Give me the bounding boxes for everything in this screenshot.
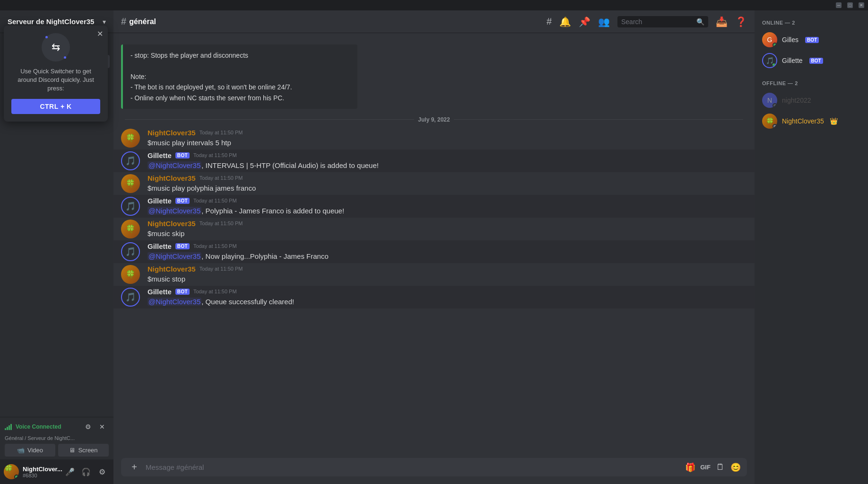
avatar: 🍀: [762, 114, 777, 129]
deafen-button[interactable]: 🎧: [78, 464, 94, 479]
avatar: 🍀: [121, 129, 140, 148]
title-bar: ─ □ ✕: [0, 0, 868, 10]
signal-bar-3: [9, 425, 10, 430]
pin-icon[interactable]: 📌: [579, 16, 590, 27]
member-item-nightclover35[interactable]: 🍀 NightClover35 👑: [758, 111, 864, 132]
timestamp: Today at 11:50 PM: [200, 130, 243, 135]
channel-header-name: général: [129, 18, 156, 26]
voice-connected-actions: ⚙ ✕: [81, 420, 109, 433]
maximize-button[interactable]: □: [847, 2, 853, 8]
username[interactable]: NightClover35: [148, 265, 196, 273]
members-icon[interactable]: 👥: [598, 16, 610, 27]
mention[interactable]: @NightClover35: [148, 207, 201, 215]
username[interactable]: NightClover35: [148, 129, 196, 137]
search-icon: 🔍: [696, 18, 704, 26]
mention[interactable]: @NightClover35: [148, 161, 201, 169]
message-text: @NightClover35, Now playing...Polyphia -…: [148, 251, 747, 261]
voice-settings-icon[interactable]: ⚙: [81, 420, 95, 433]
message-content: NightClover35 Today at 11:50 PM $music p…: [148, 174, 747, 193]
username[interactable]: NightClover35: [148, 174, 196, 182]
avatar: 🎵: [121, 197, 140, 216]
timestamp: Today at 11:50 PM: [193, 243, 237, 249]
username[interactable]: NightClover35: [148, 220, 196, 228]
bell-icon[interactable]: 🔔: [559, 16, 571, 27]
timestamp: Today at 11:50 PM: [200, 220, 243, 226]
signal-bar-4: [10, 424, 12, 430]
member-name: night2022: [782, 97, 811, 104]
mention[interactable]: @NightClover35: [148, 298, 201, 306]
bot-badge: BOT: [809, 58, 823, 64]
mention[interactable]: @NightClover35: [148, 252, 201, 260]
attach-button[interactable]: +: [127, 460, 142, 475]
embed-message: - stop: Stops the player and disconnects…: [121, 44, 357, 109]
chevron-down-icon: ▾: [103, 18, 106, 26]
server-name: Serveur de NightClover35: [8, 18, 103, 26]
quick-switcher-button[interactable]: CTRL + K: [11, 99, 100, 114]
help-icon[interactable]: ❓: [735, 16, 747, 27]
message-group: 🍀 NightClover35 Today at 11:50 PM $music…: [113, 127, 755, 150]
message-header: Gillette BOT Today at 11:50 PM: [148, 197, 747, 205]
voice-disconnect-icon[interactable]: ✕: [95, 420, 109, 433]
message-input[interactable]: [146, 458, 681, 476]
message-header: Gillette BOT Today at 11:50 PM: [148, 288, 747, 296]
user-info: NightClover... #6830: [23, 466, 62, 478]
message-input-area: + 🎁 GIF 🗒 😊: [113, 458, 755, 484]
message-text: $music play polyphia james franco: [148, 183, 747, 193]
video-button[interactable]: 📹 Video: [5, 444, 55, 457]
member-name: NightClover35: [782, 117, 824, 125]
member-item-gilles[interactable]: G Gilles BOT: [758, 29, 864, 50]
signal-bar-1: [5, 428, 6, 430]
timestamp: Today at 11:50 PM: [200, 266, 243, 272]
message-input-box: + 🎁 GIF 🗒 😊: [121, 458, 747, 476]
messages-container[interactable]: - stop: Stops the player and disconnects…: [113, 33, 755, 458]
member-item-gillette[interactable]: 🎵 Gillette BOT: [758, 50, 864, 71]
input-actions: 🎁 GIF 🗒 😊: [685, 462, 741, 473]
channel-header: # général: [121, 16, 156, 27]
inbox-icon[interactable]: 📥: [716, 16, 728, 27]
username[interactable]: Gillette: [148, 242, 172, 250]
main-content: # général # 🔔 📌 👥 Search 🔍 📥 ❓: [113, 10, 755, 484]
voice-control-buttons: 📹 Video 🖥 Screen: [5, 444, 109, 457]
member-item-night2022[interactable]: N night2022: [758, 90, 864, 111]
user-settings-button[interactable]: ⚙: [95, 464, 110, 479]
timestamp: Today at 11:50 PM: [200, 175, 243, 181]
online-members-header: ONLINE — 2: [758, 18, 864, 27]
hashtag-icon[interactable]: #: [547, 16, 552, 27]
status-indicator: [773, 43, 777, 47]
signal-bar-2: [7, 427, 8, 430]
video-icon: 📹: [17, 447, 25, 454]
message-header: Gillette BOT Today at 11:50 PM: [148, 242, 747, 250]
search-bar[interactable]: Search 🔍: [617, 16, 708, 27]
sticker-icon[interactable]: 🗒: [715, 462, 726, 473]
close-button[interactable]: ✕: [859, 2, 864, 8]
signal-icon: [5, 424, 12, 430]
username[interactable]: Gillette: [148, 288, 172, 296]
embed-text: - stop: Stops the player and disconnects…: [130, 50, 350, 103]
minimize-button[interactable]: ─: [836, 2, 842, 8]
avatar: 🎵: [121, 242, 140, 261]
message-header: NightClover35 Today at 11:50 PM: [148, 220, 747, 228]
message-group: 🍀 NightClover35 Today at 11:50 PM $music…: [113, 218, 755, 240]
message-text: @NightClover35, INTERVALS | 5-HTP (Offic…: [148, 160, 747, 170]
message-group: 🎵 Gillette BOT Today at 11:50 PM @NightC…: [113, 150, 755, 172]
voice-connected-bar: Voice Connected ⚙ ✕ Général / Serveur de…: [0, 417, 113, 459]
date-divider: July 9, 2022: [113, 113, 755, 127]
timestamp: Today at 11:50 PM: [193, 198, 237, 203]
screen-button[interactable]: 🖥 Screen: [58, 444, 109, 457]
bot-badge: BOT: [175, 243, 190, 249]
arrows-icon: ⇆: [52, 41, 60, 53]
message-group: 🎵 Gillette BOT Today at 11:50 PM @NightC…: [113, 195, 755, 218]
mute-button[interactable]: 🎤: [62, 464, 78, 479]
status-indicator: [773, 103, 777, 108]
message-header: NightClover35 Today at 11:50 PM: [148, 265, 747, 273]
avatar: 🍀: [121, 174, 140, 193]
emoji-icon[interactable]: 😊: [730, 462, 741, 473]
username[interactable]: Gillette: [148, 151, 172, 159]
gift-icon[interactable]: 🎁: [685, 462, 696, 473]
status-indicator: [14, 475, 19, 479]
dot-br: [64, 56, 66, 59]
screen-label: Screen: [78, 447, 97, 454]
close-icon[interactable]: ✕: [97, 29, 103, 38]
username[interactable]: Gillette: [148, 197, 172, 205]
gif-icon[interactable]: GIF: [700, 462, 711, 473]
